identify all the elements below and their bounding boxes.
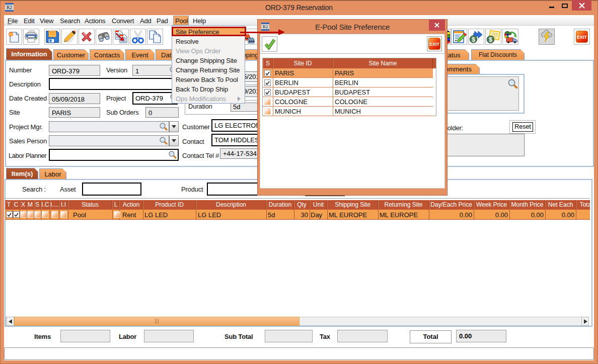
svg-text:$: $ xyxy=(472,36,475,43)
svg-text:$: $ xyxy=(489,36,492,43)
